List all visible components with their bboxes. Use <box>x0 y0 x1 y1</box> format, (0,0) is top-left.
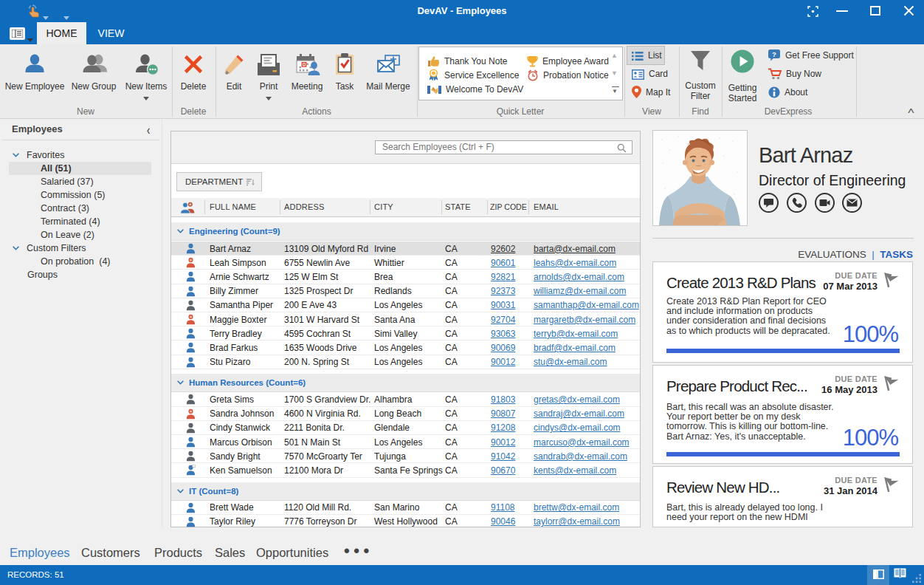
svg-text:?: ? <box>772 50 776 58</box>
